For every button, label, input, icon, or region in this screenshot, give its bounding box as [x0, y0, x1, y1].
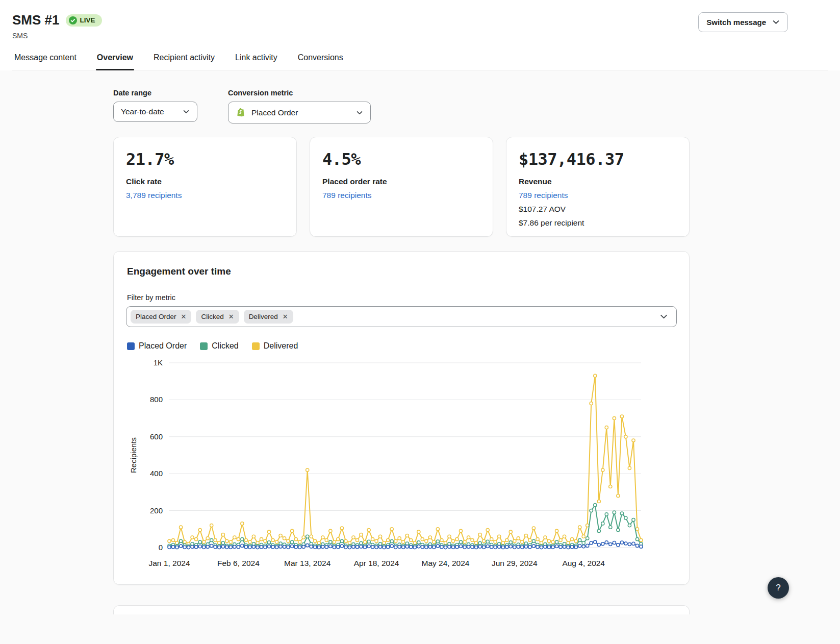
legend-label: Delivered — [264, 341, 298, 351]
page-subtitle: SMS — [12, 32, 102, 40]
line-chart: 02004006008001KRecipientsJan 1, 2024Feb … — [126, 354, 667, 573]
svg-text:1K: 1K — [154, 358, 163, 367]
chip-delivered: Delivered ✕ — [244, 310, 293, 324]
status-badge-label: LIVE — [80, 16, 95, 24]
click-rate-recipients-link[interactable]: 3,789 recipients — [126, 191, 182, 200]
chevron-down-icon — [772, 18, 780, 26]
title-group: SMS #1 LIVE SMS — [12, 12, 102, 40]
remove-chip-icon[interactable]: ✕ — [228, 313, 234, 320]
next-section-card — [113, 605, 690, 614]
chart-legend: Placed Order Clicked Delivered — [127, 341, 677, 351]
check-circle-icon — [69, 16, 77, 24]
page-title: SMS #1 — [12, 12, 60, 28]
engagement-card: Engagement over time Filter by metric Pl… — [113, 251, 690, 585]
chip-label: Clicked — [201, 313, 223, 320]
chip-label: Placed Order — [136, 313, 176, 320]
remove-chip-icon[interactable]: ✕ — [283, 313, 288, 320]
placed-order-recipients-link[interactable]: 789 recipients — [322, 191, 372, 200]
tab-link-activity[interactable]: Link activity — [234, 47, 278, 70]
svg-text:Jan 1, 2024: Jan 1, 2024 — [148, 559, 190, 567]
revenue-label: Revenue — [519, 177, 677, 186]
placed-order-rate-value: 4.5% — [322, 150, 480, 169]
main-content: Date range Year-to-date Conversion metri… — [0, 70, 840, 644]
svg-text:Feb 6, 2024: Feb 6, 2024 — [217, 559, 260, 567]
legend-item-clicked: Clicked — [200, 341, 238, 351]
legend-swatch-placed-order — [127, 342, 135, 350]
conversion-metric-label: Conversion metric — [228, 89, 371, 97]
placed-order-rate-label: Placed order rate — [322, 177, 480, 186]
title-row: SMS #1 LIVE SMS Switch message — [12, 12, 828, 40]
legend-item-delivered: Delivered — [252, 341, 298, 351]
revenue-aov: $107.27 AOV — [519, 205, 677, 214]
chip-placed-order: Placed Order ✕ — [131, 310, 191, 324]
legend-label: Clicked — [212, 341, 238, 351]
metric-multiselect[interactable]: Placed Order ✕ Clicked ✕ Delivered ✕ — [126, 306, 677, 327]
help-button[interactable]: ? — [768, 577, 789, 599]
filter-bar: Date range Year-to-date Conversion metri… — [113, 89, 690, 123]
svg-text:800: 800 — [150, 395, 163, 404]
click-rate-value: 21.7% — [126, 150, 284, 169]
svg-text:200: 200 — [150, 506, 163, 515]
svg-text:May 24, 2024: May 24, 2024 — [422, 559, 470, 567]
svg-text:Mar 13, 2024: Mar 13, 2024 — [284, 559, 331, 567]
status-badge: LIVE — [66, 14, 102, 27]
click-rate-card: 21.7% Click rate 3,789 recipients — [113, 137, 297, 237]
conversion-metric-filter: Conversion metric Placed Order — [228, 89, 371, 123]
click-rate-label: Click rate — [126, 177, 284, 186]
placed-order-rate-card: 4.5% Placed order rate 789 recipients — [310, 137, 493, 237]
legend-swatch-delivered — [252, 342, 260, 350]
tab-overview[interactable]: Overview — [96, 47, 134, 70]
metric-filter-label: Filter by metric — [127, 293, 677, 302]
tab-conversions[interactable]: Conversions — [297, 47, 344, 70]
shopify-icon — [236, 107, 246, 118]
legend-label: Placed Order — [139, 341, 187, 351]
date-range-value: Year-to-date — [121, 107, 177, 116]
svg-text:Apr 18, 2024: Apr 18, 2024 — [354, 559, 399, 567]
switch-message-label: Switch message — [706, 18, 766, 27]
remove-chip-icon[interactable]: ✕ — [181, 313, 187, 320]
svg-text:Aug 4, 2024: Aug 4, 2024 — [562, 559, 605, 567]
chevron-down-icon — [659, 312, 668, 321]
date-range-select[interactable]: Year-to-date — [113, 102, 197, 122]
revenue-value: $137,416.37 — [519, 150, 677, 169]
revenue-recipients-link[interactable]: 789 recipients — [519, 191, 568, 200]
chevron-down-icon — [183, 108, 190, 115]
tab-message-content[interactable]: Message content — [13, 47, 78, 70]
revenue-per-recipient: $7.86 per recipient — [519, 218, 677, 228]
metric-cards: 21.7% Click rate 3,789 recipients 4.5% P… — [113, 137, 690, 237]
svg-text:400: 400 — [150, 469, 163, 478]
legend-swatch-clicked — [200, 342, 208, 350]
engagement-chart: 02004006008001KRecipientsJan 1, 2024Feb … — [126, 354, 677, 575]
conversion-metric-select[interactable]: Placed Order — [228, 102, 371, 123]
tab-recipient-activity[interactable]: Recipient activity — [152, 47, 216, 70]
chip-label: Delivered — [249, 313, 278, 320]
chip-list: Placed Order ✕ Clicked ✕ Delivered ✕ — [131, 310, 654, 324]
date-range-label: Date range — [113, 89, 197, 97]
svg-text:Jun 29, 2024: Jun 29, 2024 — [492, 559, 538, 567]
revenue-card: $137,416.37 Revenue 789 recipients $107.… — [506, 137, 690, 237]
svg-text:600: 600 — [150, 432, 163, 441]
header: SMS #1 LIVE SMS Switch message Message c… — [0, 0, 840, 70]
tab-bar: Message content Overview Recipient activ… — [12, 47, 828, 70]
switch-message-button[interactable]: Switch message — [698, 12, 788, 32]
legend-item-placed-order: Placed Order — [127, 341, 187, 351]
chevron-down-icon — [356, 109, 363, 116]
date-range-filter: Date range Year-to-date — [113, 89, 197, 123]
svg-text:0: 0 — [159, 543, 163, 552]
chip-clicked: Clicked ✕ — [196, 310, 239, 324]
svg-text:Recipients: Recipients — [129, 437, 138, 473]
engagement-title: Engagement over time — [127, 266, 677, 277]
conversion-metric-value: Placed Order — [251, 108, 351, 117]
